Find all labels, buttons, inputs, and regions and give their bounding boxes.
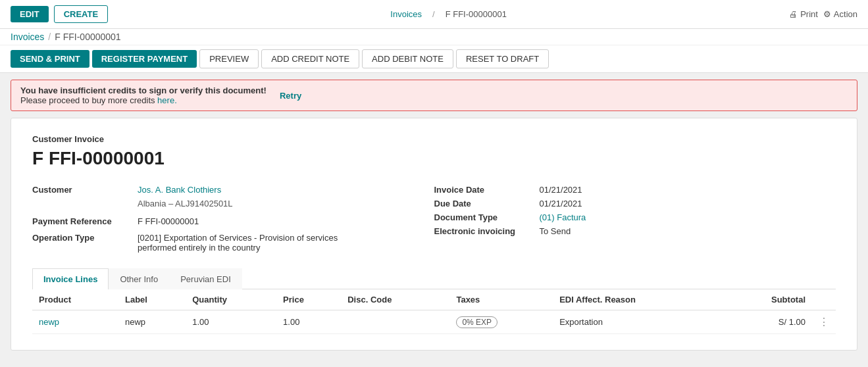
breadcrumb-current-page: F FFI-00000001 [55, 32, 120, 42]
info-left: Customer Jos. A. Bank Clothiers Albania … [32, 185, 434, 253]
invoice-table: Product Label Quantity Price Disc. Code … [32, 289, 836, 334]
edit-button[interactable]: EDIT [11, 6, 49, 22]
col-edi-affect-reason: EDI Affect. Reason [553, 289, 722, 310]
col-subtotal: Subtotal [723, 289, 812, 310]
gear-icon: ⚙ [823, 9, 831, 19]
invoice-date-row: Invoice Date 01/21/2021 [434, 185, 836, 195]
printer-icon: 🖨 [789, 9, 798, 19]
col-menu [812, 289, 836, 310]
top-right-actions: Invoices / F FFI-00000001 [390, 9, 507, 19]
doc-type-label: Customer Invoice [32, 134, 836, 144]
tab-invoice-lines[interactable]: Invoice Lines [32, 268, 109, 289]
add-credit-note-button[interactable]: ADD CREDIT NOTE [261, 49, 359, 68]
warning-link[interactable]: here. [157, 95, 177, 105]
col-quantity: Quantity [186, 289, 276, 310]
action-bar: SEND & PRINT REGISTER PAYMENT PREVIEW AD… [0, 45, 868, 73]
taxes-badge: 0% EXP [456, 316, 498, 328]
tab-peruvian-edi[interactable]: Peruvian EDI [169, 268, 242, 289]
due-date-row: Due Date 01/21/2021 [434, 199, 836, 208]
operation-type-value: [0201] Exportation of Services - Provisi… [138, 233, 348, 253]
document-type-row: Document Type (01) Factura [434, 212, 836, 222]
due-date-label: Due Date [434, 199, 540, 208]
table-row: newp newp 1.00 1.00 0% EXP Exportation S… [32, 310, 836, 334]
col-product: Product [32, 289, 118, 310]
invoice-date-label: Invoice Date [434, 185, 540, 195]
customer-row: Customer Jos. A. Bank Clothiers [32, 185, 434, 195]
info-grid: Customer Jos. A. Bank Clothiers Albania … [32, 185, 836, 253]
breadcrumb-separator: / [432, 9, 435, 19]
action-button[interactable]: ⚙ Action [823, 9, 857, 19]
operation-type-row: Operation Type [0201] Exportation of Ser… [32, 233, 434, 253]
document-type-label: Document Type [434, 212, 540, 222]
reset-to-draft-button[interactable]: RESET TO DRAFT [456, 49, 549, 68]
cell-taxes: 0% EXP [449, 310, 553, 334]
electronic-invoicing-label: Electronic invoicing [434, 226, 540, 236]
breadcrumb-parent-link[interactable]: Invoices [11, 32, 44, 42]
col-disc-code: Disc. Code [341, 289, 449, 310]
preview-button[interactable]: PREVIEW [199, 49, 259, 68]
breadcrumb-bar: Invoices / F FFI-00000001 [0, 29, 868, 45]
warning-text: You have insufficient credits to sign or… [20, 86, 267, 105]
payment-ref-row: Payment Reference F FFI-00000001 [32, 216, 434, 226]
document-type-value[interactable]: (01) Factura [540, 212, 586, 222]
cell-menu: ⋮ [812, 310, 836, 334]
table-header-row: Product Label Quantity Price Disc. Code … [32, 289, 836, 310]
electronic-invoicing-row: Electronic invoicing To Send [434, 226, 836, 236]
col-label: Label [118, 289, 186, 310]
warning-message: Please proceed to buy more credits [20, 95, 157, 105]
warning-banner: You have insufficient credits to sign or… [11, 80, 857, 111]
col-price: Price [276, 289, 341, 310]
operation-type-label: Operation Type [32, 233, 138, 243]
print-label: Print [800, 9, 818, 19]
invoice-title: F FFI-00000001 [32, 148, 836, 169]
customer-value[interactable]: Jos. A. Bank Clothiers [138, 185, 221, 195]
payment-ref-label: Payment Reference [32, 216, 138, 226]
electronic-invoicing-value: To Send [540, 226, 571, 236]
top-bar: EDIT CREATE Invoices / F FFI-00000001 🖨 … [0, 0, 868, 29]
main-content: Customer Invoice F FFI-00000001 Customer… [11, 118, 857, 351]
cell-label: newp [118, 310, 186, 334]
due-date-value: 01/21/2021 [540, 199, 582, 208]
payment-ref-value: F FFI-00000001 [138, 216, 199, 226]
address-line: Albania – ALJ91402501L [138, 199, 434, 208]
cell-disc-code [341, 310, 449, 334]
tabs: Invoice Lines Other Info Peruvian EDI [32, 268, 836, 289]
cell-edi-affect-reason: Exportation [553, 310, 722, 334]
cell-subtotal: S/ 1.00 [723, 310, 812, 334]
create-button[interactable]: CREATE [54, 5, 108, 23]
cell-product[interactable]: newp [32, 310, 118, 334]
register-payment-button[interactable]: REGISTER PAYMENT [92, 50, 197, 68]
row-menu-button[interactable]: ⋮ [819, 316, 829, 328]
cell-quantity: 1.00 [186, 310, 276, 334]
breadcrumb-sep: / [48, 32, 51, 42]
retry-button[interactable]: Retry [280, 91, 301, 101]
warning-title: You have insufficient credits to sign or… [20, 86, 267, 95]
info-right: Invoice Date 01/21/2021 Due Date 01/21/2… [434, 185, 836, 253]
col-taxes: Taxes [449, 289, 553, 310]
breadcrumb-current: F FFI-00000001 [446, 9, 507, 19]
tab-other-info[interactable]: Other Info [109, 268, 169, 289]
action-label: Action [834, 9, 857, 19]
print-button[interactable]: 🖨 Print [789, 9, 818, 19]
add-debit-note-button[interactable]: ADD DEBIT NOTE [362, 49, 453, 68]
invoice-date-value: 01/21/2021 [540, 185, 582, 195]
breadcrumb-parent[interactable]: Invoices [390, 9, 422, 19]
cell-price: 1.00 [276, 310, 341, 334]
send-print-button[interactable]: SEND & PRINT [11, 50, 89, 68]
customer-label: Customer [32, 185, 138, 195]
